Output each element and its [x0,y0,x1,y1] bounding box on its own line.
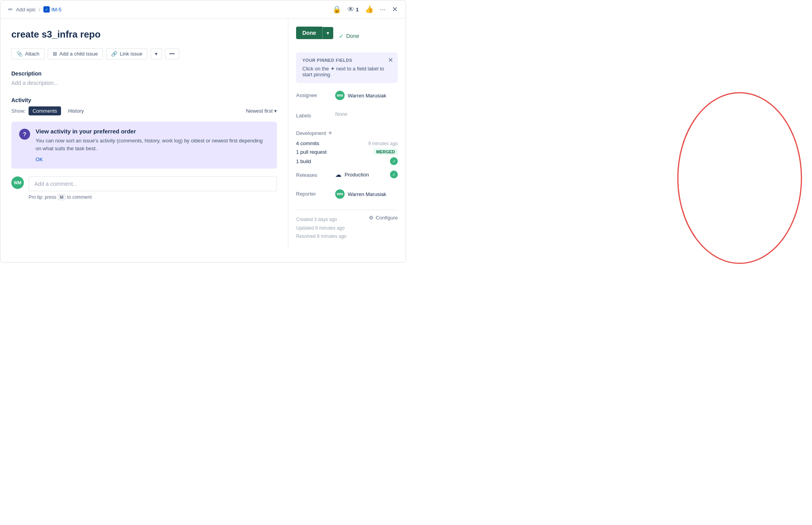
development-header: Development + [296,129,398,137]
meta-info: Created 3 days ago Updated 8 minutes ago… [296,216,347,241]
info-icon: ? [19,129,30,140]
activity-label: Activity [11,97,277,103]
show-label: Show: [11,108,25,114]
done-check-icon: ✓ [339,32,344,40]
releases-check-icon: ✓ [390,171,398,178]
activity-section: Activity Show: Comments History Newest f… [11,97,277,200]
breadcrumb-separator: / [39,7,41,13]
more-actions-button[interactable]: ••• [165,48,179,59]
assignee-label: Assignee [296,91,335,98]
build-label[interactable]: 1 build [296,158,311,164]
pull-request-row: 1 pull request MERGED [296,149,398,155]
pull-request-content: 1 pull request MERGED [296,149,398,155]
done-status: ✓ Done [339,32,359,40]
activity-info-banner: ? View activity in your preferred order … [11,122,277,169]
done-button-main[interactable]: Done [296,27,322,39]
gear-icon: ⚙ [369,215,374,221]
done-dropdown-icon: ▾ [327,30,329,36]
releases-value[interactable]: ☁ Production ✓ [335,171,398,178]
done-button-group: Done ▾ [296,27,333,39]
done-label: Done [302,30,316,36]
development-add-button[interactable]: + [329,129,332,137]
labels-label: Labels [296,111,335,119]
pinned-fields-banner: YOUR PINNED FIELDS Click on the ✦ next t… [296,52,398,83]
breadcrumb: ✏ Add epic / ✓ IM-5 [8,6,61,13]
issue-title: create s3_infra repo [11,28,277,40]
commits-content: 4 commits 9 minutes ago [296,140,398,146]
pull-request-label[interactable]: 1 pull request [296,149,327,155]
add-epic-label[interactable]: Add epic [16,7,36,13]
releases-cloud-icon: ☁ [335,171,341,178]
right-panel: Done ▾ ✓ Done YOUR PINNED FIELDS Click o… [288,19,406,249]
pinned-fields-title: YOUR PINNED FIELDS [302,58,392,63]
pinned-fields-body: Click on the ✦ next to a field label to … [302,66,392,77]
watch-button[interactable]: 👁 1 [347,5,359,14]
info-body: You can now sort an issue's activity (co… [36,137,269,152]
done-button-dropdown[interactable]: ▾ [322,27,333,39]
divider [296,210,398,210]
avatar-initials: WM [14,180,22,185]
build-check-icon: ✓ [390,157,398,165]
commits-time: 9 minutes ago [368,141,398,146]
sort-label: Newest first [246,108,273,114]
close-icon[interactable]: ✕ [392,5,398,14]
sort-chevron-icon: ▾ [274,108,277,114]
pro-tip-suffix: to comment [67,194,92,200]
sort-order-button[interactable]: Newest first ▾ [246,108,277,114]
link-issue-label: Link issue [120,51,142,57]
child-issue-icon: ⊞ [53,51,57,57]
link-issue-button[interactable]: 🔗 Link issue [106,48,147,59]
labels-value[interactable]: None [335,111,398,117]
left-panel: create s3_infra repo 📎 Attach ⊞ Add a ch… [0,19,288,249]
attach-label: Attach [25,51,40,57]
attach-button[interactable]: 📎 Attach [11,48,45,59]
description-label: Description [11,70,277,77]
issue-id: IM-5 [51,7,61,13]
configure-label: Configure [376,215,398,221]
development-section: Development + 4 commits 9 minutes ago 1 … [296,129,398,165]
reporter-name: Warren Marusiak [348,191,386,197]
action-buttons: 📎 Attach ⊞ Add a child issue 🔗 Link issu… [11,48,277,59]
reporter-avatar: WM [335,189,345,199]
more-options-icon[interactable]: ··· [380,5,386,14]
eye-icon: 👁 [347,5,354,14]
comments-tab[interactable]: Comments [29,106,61,115]
releases-name: Production [345,172,369,178]
releases-field: Releases ☁ Production ✓ [296,171,398,184]
history-tab[interactable]: History [64,106,88,115]
assignee-value[interactable]: WM Warren Marusiak [335,91,398,100]
issue-id-badge[interactable]: ✓ IM-5 [43,6,61,13]
right-panel-inner: Done ▾ ✓ Done YOUR PINNED FIELDS Click o… [296,27,398,241]
status-row: Done ▾ ✓ Done [296,27,398,45]
info-content: View activity in your preferred order Yo… [36,128,269,162]
expand-actions-button[interactable]: ▾ [151,48,162,59]
description-placeholder[interactable]: Add a description... [11,80,277,86]
reporter-value[interactable]: WM Warren Marusiak [335,189,398,199]
reporter-field: Reporter WM Warren Marusiak [296,189,398,204]
updated-text: Updated 8 minutes ago [296,224,347,233]
add-child-issue-button[interactable]: ⊞ Add a child issue [48,48,103,59]
configure-button[interactable]: ⚙ Configure [369,215,398,221]
resolved-text: Resolved 8 minutes ago [296,232,347,241]
commits-row: 4 commits 9 minutes ago [296,140,398,146]
user-avatar: WM [11,176,24,189]
lock-icon[interactable]: 🔒 [332,5,341,14]
thumbsup-icon[interactable]: 👍 [365,5,374,14]
main-content: create s3_infra repo 📎 Attach ⊞ Add a ch… [0,19,406,249]
child-issue-label: Add a child issue [59,51,98,57]
top-bar-actions: 🔒 👁 1 👍 ··· ✕ [332,5,398,14]
assignee-initials: WM [337,93,343,97]
done-status-label: Done [346,33,359,39]
info-title: View activity in your preferred order [36,128,269,135]
assignee-field: Assignee WM Warren Marusiak [296,91,398,106]
close-pinned-banner-button[interactable]: ✕ [388,56,393,64]
pencil-icon: ✏ [8,6,13,13]
attach-icon: 📎 [16,51,23,57]
pro-tip: Pro tip: press M to comment [29,194,277,200]
info-ok-button[interactable]: OK [36,156,43,162]
commits-label[interactable]: 4 commits [296,140,319,146]
comment-input[interactable]: Add a comment... [29,176,277,191]
pro-tip-text: Pro tip: press [29,194,57,200]
build-content: 1 build ✓ [296,157,398,165]
pin-icon: ✦ [331,66,335,72]
